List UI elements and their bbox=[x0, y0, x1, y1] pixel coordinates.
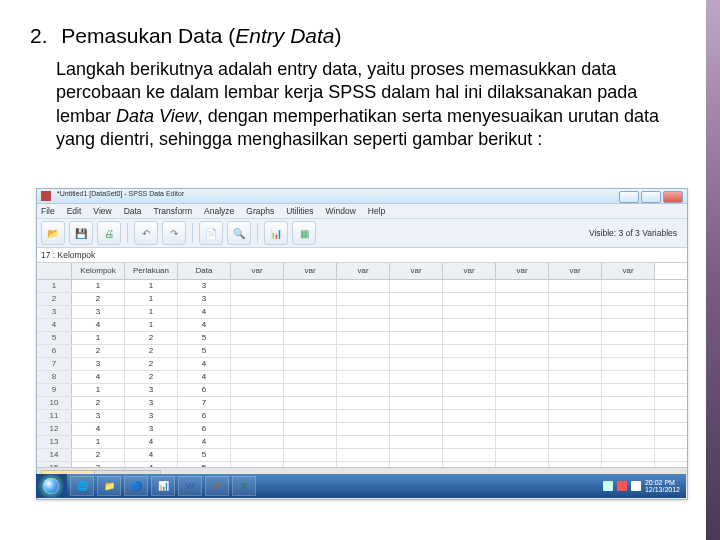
cell[interactable] bbox=[443, 423, 496, 435]
cell[interactable] bbox=[602, 462, 655, 467]
col-var4[interactable]: var bbox=[231, 263, 284, 279]
cell[interactable] bbox=[390, 462, 443, 467]
cell[interactable] bbox=[443, 462, 496, 467]
cell[interactable]: 4 bbox=[72, 319, 125, 331]
cell[interactable] bbox=[390, 293, 443, 305]
col-var9[interactable]: var bbox=[496, 263, 549, 279]
cell[interactable] bbox=[337, 306, 390, 318]
cell[interactable] bbox=[496, 384, 549, 396]
cell[interactable] bbox=[284, 397, 337, 409]
print-button[interactable]: 🖨 bbox=[97, 221, 121, 245]
cell[interactable] bbox=[337, 293, 390, 305]
cell[interactable] bbox=[549, 332, 602, 344]
col-var11[interactable]: var bbox=[602, 263, 655, 279]
cell[interactable] bbox=[549, 371, 602, 383]
col-perlakuan[interactable]: Perlakuan bbox=[125, 263, 178, 279]
redo-button[interactable]: ↷ bbox=[162, 221, 186, 245]
cell[interactable] bbox=[602, 384, 655, 396]
cell[interactable] bbox=[231, 306, 284, 318]
menu-utilities[interactable]: Utilities bbox=[286, 206, 313, 216]
table-row[interactable]: 5125 bbox=[37, 332, 687, 345]
cell[interactable] bbox=[284, 410, 337, 422]
table-row[interactable]: 8424 bbox=[37, 371, 687, 384]
taskbar-media-icon[interactable]: 🔵 bbox=[124, 476, 148, 496]
cell[interactable] bbox=[390, 384, 443, 396]
cell[interactable] bbox=[443, 345, 496, 357]
cell[interactable] bbox=[337, 436, 390, 448]
goto-button[interactable]: 📄 bbox=[199, 221, 223, 245]
cell[interactable] bbox=[231, 358, 284, 370]
cell[interactable] bbox=[443, 410, 496, 422]
col-data[interactable]: Data bbox=[178, 263, 231, 279]
cell[interactable]: 4 bbox=[125, 462, 178, 467]
cell[interactable] bbox=[496, 358, 549, 370]
cell[interactable] bbox=[549, 397, 602, 409]
menu-window[interactable]: Window bbox=[326, 206, 356, 216]
col-var5[interactable]: var bbox=[284, 263, 337, 279]
cell[interactable] bbox=[443, 449, 496, 461]
cell[interactable]: 2 bbox=[72, 397, 125, 409]
cell[interactable] bbox=[337, 384, 390, 396]
cell[interactable] bbox=[549, 306, 602, 318]
cell[interactable] bbox=[231, 410, 284, 422]
cell[interactable]: 3 bbox=[72, 358, 125, 370]
cell[interactable] bbox=[443, 280, 496, 292]
cell[interactable] bbox=[337, 280, 390, 292]
save-button[interactable]: 💾 bbox=[69, 221, 93, 245]
cell[interactable] bbox=[496, 306, 549, 318]
cell[interactable]: 4 bbox=[178, 371, 231, 383]
cell[interactable]: 1 bbox=[72, 384, 125, 396]
cell[interactable]: 3 bbox=[72, 462, 125, 467]
cell[interactable] bbox=[284, 319, 337, 331]
cell[interactable]: 4 bbox=[178, 306, 231, 318]
cell[interactable]: 5 bbox=[178, 332, 231, 344]
cell[interactable] bbox=[602, 293, 655, 305]
col-var7[interactable]: var bbox=[390, 263, 443, 279]
cell[interactable] bbox=[390, 345, 443, 357]
cell[interactable]: 3 bbox=[125, 423, 178, 435]
table-row[interactable]: 7324 bbox=[37, 358, 687, 371]
cell[interactable] bbox=[496, 371, 549, 383]
taskbar-ppt-icon[interactable]: P bbox=[205, 476, 229, 496]
tray-icon[interactable] bbox=[617, 481, 627, 491]
cell[interactable] bbox=[549, 449, 602, 461]
table-row[interactable]: 4414 bbox=[37, 319, 687, 332]
cell[interactable] bbox=[337, 332, 390, 344]
cell[interactable] bbox=[602, 280, 655, 292]
cell[interactable]: 3 bbox=[72, 306, 125, 318]
cell[interactable]: 2 bbox=[125, 332, 178, 344]
cell[interactable] bbox=[602, 332, 655, 344]
menu-data[interactable]: Data bbox=[124, 206, 142, 216]
cell[interactable] bbox=[496, 423, 549, 435]
cell[interactable] bbox=[231, 280, 284, 292]
cell[interactable] bbox=[602, 423, 655, 435]
cell[interactable] bbox=[284, 384, 337, 396]
chart-button[interactable]: 📊 bbox=[264, 221, 288, 245]
taskbar-explorer-icon[interactable]: 📁 bbox=[97, 476, 121, 496]
table-row[interactable]: 3314 bbox=[37, 306, 687, 319]
cell[interactable] bbox=[443, 384, 496, 396]
cell[interactable] bbox=[443, 436, 496, 448]
cell[interactable] bbox=[549, 293, 602, 305]
cell[interactable] bbox=[602, 397, 655, 409]
cell[interactable] bbox=[390, 306, 443, 318]
cell[interactable]: 2 bbox=[125, 371, 178, 383]
cell[interactable] bbox=[284, 358, 337, 370]
cell[interactable] bbox=[602, 436, 655, 448]
cell[interactable] bbox=[284, 371, 337, 383]
cell[interactable] bbox=[284, 423, 337, 435]
col-kelompok[interactable]: Kelompok bbox=[72, 263, 125, 279]
cell[interactable] bbox=[231, 423, 284, 435]
cell[interactable] bbox=[390, 423, 443, 435]
cell[interactable] bbox=[390, 280, 443, 292]
menu-analyze[interactable]: Analyze bbox=[204, 206, 234, 216]
cell[interactable] bbox=[231, 397, 284, 409]
start-button[interactable] bbox=[36, 474, 67, 498]
cell[interactable] bbox=[231, 293, 284, 305]
cell[interactable] bbox=[337, 371, 390, 383]
taskbar-app1-icon[interactable]: 📊 bbox=[151, 476, 175, 496]
cell[interactable] bbox=[549, 358, 602, 370]
cell[interactable]: 1 bbox=[125, 319, 178, 331]
tray-icon[interactable] bbox=[631, 481, 641, 491]
cell[interactable]: 1 bbox=[72, 436, 125, 448]
